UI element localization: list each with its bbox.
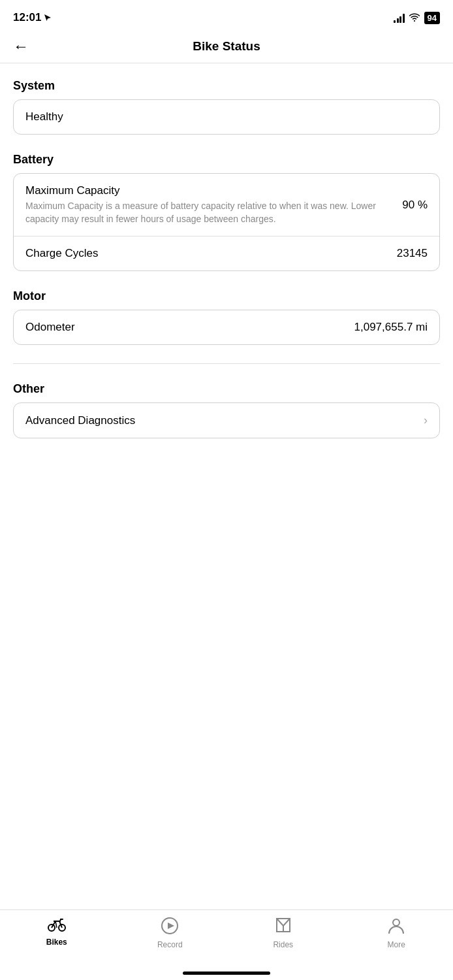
bottom-navigation: Bikes Record Rides More	[0, 909, 453, 972]
nav-label-bikes: Bikes	[46, 938, 67, 947]
odometer-left: Odometer	[25, 321, 347, 334]
motor-section: Motor Odometer 1,097,655.7 mi	[13, 289, 440, 345]
odometer-title: Odometer	[25, 321, 347, 334]
record-icon	[161, 917, 179, 938]
nav-item-more[interactable]: More	[340, 917, 454, 949]
other-card: Advanced Diagnostics ›	[13, 402, 440, 438]
page-header: ← Bike Status	[0, 33, 453, 63]
system-card: Healthy	[13, 99, 440, 135]
max-capacity-row: Maximum Capacity Maximum Capacity is a m…	[14, 174, 439, 236]
other-section: Other Advanced Diagnostics ›	[13, 382, 440, 438]
max-capacity-value: 90 %	[402, 199, 428, 212]
charge-cycles-title: Charge Cycles	[25, 247, 389, 260]
odometer-row: Odometer 1,097,655.7 mi	[14, 310, 439, 344]
advanced-diagnostics-row[interactable]: Advanced Diagnostics ›	[14, 403, 439, 438]
time-label: 12:01	[13, 11, 41, 24]
system-section: System Healthy	[13, 79, 440, 135]
system-status-value: Healthy	[25, 110, 63, 123]
battery-card: Maximum Capacity Maximum Capacity is a m…	[13, 173, 440, 271]
section-divider	[13, 363, 440, 364]
svg-point-4	[393, 919, 399, 926]
page-title: Bike Status	[193, 39, 260, 54]
home-indicator	[0, 972, 453, 980]
main-content: System Healthy Battery Maximum Capacity …	[0, 63, 453, 909]
location-arrow-icon	[44, 14, 52, 22]
max-capacity-title: Maximum Capacity	[25, 184, 394, 197]
chevron-right-icon: ›	[424, 414, 428, 427]
nav-label-rides: Rides	[273, 940, 293, 949]
nav-item-bikes[interactable]: Bikes	[0, 917, 114, 947]
advanced-diagnostics-left: Advanced Diagnostics	[25, 414, 418, 427]
rides-icon	[275, 917, 292, 938]
back-button[interactable]: ←	[13, 37, 29, 56]
more-icon	[388, 917, 405, 938]
status-time: 12:01	[13, 11, 52, 24]
max-capacity-left: Maximum Capacity Maximum Capacity is a m…	[25, 184, 394, 225]
battery-indicator: 94	[424, 12, 440, 24]
wifi-icon	[409, 13, 420, 22]
nav-label-more: More	[388, 940, 405, 949]
charge-cycles-value: 23145	[397, 247, 428, 260]
bike-icon	[47, 917, 67, 935]
nav-item-rides[interactable]: Rides	[226, 917, 340, 949]
max-capacity-subtitle: Maximum Capacity is a measure of battery…	[25, 200, 394, 225]
other-label: Other	[13, 382, 440, 396]
status-bar: 12:01 94	[0, 0, 453, 33]
status-icons: 94	[394, 12, 440, 24]
system-healthy-row: Healthy	[14, 100, 439, 134]
battery-label: Battery	[13, 153, 440, 167]
motor-card: Odometer 1,097,655.7 mi	[13, 310, 440, 345]
battery-section: Battery Maximum Capacity Maximum Capacit…	[13, 153, 440, 271]
system-label: System	[13, 79, 440, 93]
home-bar	[183, 972, 270, 975]
charge-cycles-row: Charge Cycles 23145	[14, 236, 439, 270]
motor-label: Motor	[13, 289, 440, 303]
advanced-diagnostics-title: Advanced Diagnostics	[25, 414, 418, 427]
signal-icon	[394, 12, 405, 23]
svg-marker-3	[168, 923, 174, 929]
charge-cycles-left: Charge Cycles	[25, 247, 389, 260]
nav-item-record[interactable]: Record	[114, 917, 227, 949]
odometer-value: 1,097,655.7 mi	[354, 321, 428, 334]
nav-label-record: Record	[157, 940, 183, 949]
